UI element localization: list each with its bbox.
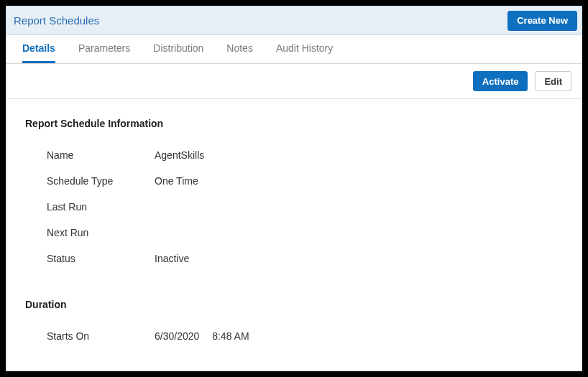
page-title: Report Schedules — [14, 14, 99, 27]
field-value: 6/30/2020 8:48 AM — [155, 330, 249, 342]
tab-audit-history[interactable]: Audit History — [276, 35, 333, 63]
field-row-next-run: Next Run — [25, 220, 563, 246]
activate-button[interactable]: Activate — [473, 71, 528, 91]
field-label: Next Run — [47, 227, 155, 238]
field-row-last-run: Last Run — [25, 194, 563, 220]
content-area: Report Schedule Information Name AgentSk… — [6, 99, 582, 371]
tab-parameters[interactable]: Parameters — [78, 35, 130, 63]
page-header: Report Schedules Create New — [6, 6, 582, 35]
field-label: Schedule Type — [47, 175, 155, 187]
action-bar: Activate Edit — [6, 64, 582, 99]
app-window: Report Schedules Create New Details Para… — [6, 6, 582, 371]
section-title-info: Report Schedule Information — [25, 118, 563, 129]
field-row-starts-on: Starts On 6/30/2020 8:48 AM — [25, 323, 563, 349]
field-row-schedule-type: Schedule Type One Time — [25, 168, 563, 194]
section-title-duration: Duration — [25, 299, 563, 310]
tab-bar: Details Parameters Distribution Notes Au… — [6, 35, 582, 64]
tab-details[interactable]: Details — [22, 35, 55, 63]
tab-notes[interactable]: Notes — [226, 35, 253, 63]
field-row-status: Status Inactive — [25, 246, 563, 271]
tab-distribution[interactable]: Distribution — [153, 35, 203, 63]
create-new-button[interactable]: Create New — [507, 11, 577, 31]
field-label: Last Run — [47, 201, 155, 213]
field-row-name: Name AgentSkills — [25, 142, 563, 168]
field-value: AgentSkills — [155, 149, 204, 161]
field-value: Inactive — [155, 253, 189, 264]
edit-button[interactable]: Edit — [535, 71, 571, 91]
field-label: Starts On — [47, 330, 155, 342]
field-label: Name — [47, 149, 155, 161]
field-value: One Time — [155, 175, 198, 187]
field-label: Status — [47, 253, 155, 264]
